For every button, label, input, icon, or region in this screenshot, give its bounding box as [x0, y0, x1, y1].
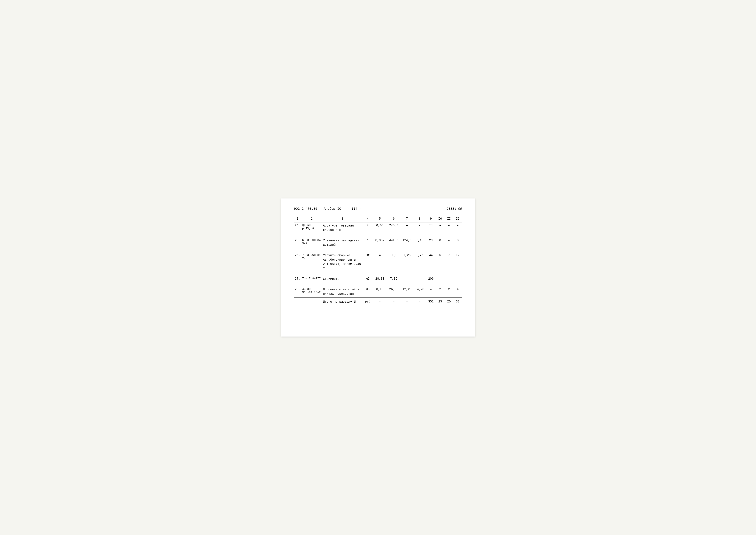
row-3-col-3: Уложить сборные жел.бетонные плиты 2ПI–6…: [322, 252, 363, 271]
row-1-col-2: ЩI чП р.IV,п8: [301, 222, 322, 234]
summary-col-5: –: [373, 297, 387, 306]
row-4-col-5: 28,80: [373, 276, 387, 283]
col-header-9: 9: [426, 215, 436, 222]
row-2-col-4: ": [363, 237, 373, 248]
row-4-col-3: Стоимость: [322, 276, 363, 283]
row-4-col-2: Том I 8–II7: [301, 276, 322, 283]
col-header-11: II: [445, 215, 453, 222]
row-5-col-8: I4,70: [413, 286, 426, 297]
row-2-col-8: I,40: [413, 237, 426, 248]
summary-col-1: [294, 297, 301, 306]
col-header-3: 3: [322, 215, 363, 222]
row-5-col-11: 2: [445, 286, 453, 297]
row-4-col-4: м2: [363, 276, 373, 283]
row-2-col-6: 44I,0: [387, 237, 400, 248]
col-header-5: 5: [373, 215, 387, 222]
row-2-col-11: –: [445, 237, 453, 248]
row-5-col-4: м3: [363, 286, 373, 297]
summary-col-10: 23: [436, 297, 445, 306]
row-3-col-9: 44: [426, 252, 436, 271]
summary-col-8: –: [413, 297, 426, 306]
header-code: 23884-09: [446, 207, 462, 211]
row-spacer: [294, 248, 462, 252]
row-5-col-9: 4: [426, 286, 436, 297]
row-3-col-10: 5: [436, 252, 445, 271]
row-2-col-5: 0,067: [373, 237, 387, 248]
page-header: 902-2-470.89 Альбом IO - II4 - 23884-09: [294, 207, 462, 211]
row-4-col-8: –: [413, 276, 426, 283]
row-spacer: [294, 282, 462, 286]
row-4-col-12: –: [453, 276, 462, 283]
row-3-col-11: 7: [445, 252, 453, 271]
page-number: - II4 -: [348, 207, 361, 211]
row-5-col-12: 4: [453, 286, 462, 297]
row-4-col-1: 27.: [294, 276, 301, 283]
summary-col-3: Итого по разделу Ш: [322, 297, 363, 306]
row-3-col-12: I2: [453, 252, 462, 271]
row-1-col-5: 0,06: [373, 222, 387, 234]
row-5-col-2: 46–39 ЭСН-84 I6–2: [301, 286, 322, 297]
table-row: 26.7–23 ЭСН-84 2–6Уложить сборные жел.бе…: [294, 252, 462, 271]
row-4-col-11: –: [445, 276, 453, 283]
row-5-col-3: Пробивка отверстий в плитах перекрытия: [322, 286, 363, 297]
row-1-col-10: –: [436, 222, 445, 234]
row-3-col-4: шт: [363, 252, 373, 271]
row-1-col-4: т: [363, 222, 373, 234]
row-3-col-2: 7–23 ЭСН-84 2–6: [301, 252, 322, 271]
row-1-col-7: –: [400, 222, 413, 234]
summary-row: Итого по разделу Шруб––––35223IO33: [294, 297, 462, 306]
col-header-12: I2: [453, 215, 462, 222]
row-1-col-1: 24.: [294, 222, 301, 234]
summary-col-11: IO: [445, 297, 453, 306]
row-3-col-7: I,26: [400, 252, 413, 271]
col-header-6: 6: [387, 215, 400, 222]
row-2-col-12: 8: [453, 237, 462, 248]
main-table: I 2 3 4 5 6 7 8 9 IO II I2 24.ЩI чП р.IV…: [294, 215, 462, 306]
row-4-col-9: 206: [426, 276, 436, 283]
summary-col-6: –: [387, 297, 400, 306]
summary-col-7: –: [400, 297, 413, 306]
header-left: 902-2-470.89 Альбом IO - II4 -: [294, 207, 361, 211]
row-2-col-10: 8: [436, 237, 445, 248]
col-header-10: IO: [436, 215, 445, 222]
col-header-1: I: [294, 215, 301, 222]
row-2-col-3: Установка заклад-ных деталей: [322, 237, 363, 248]
summary-col-12: 33: [453, 297, 462, 306]
row-5-col-7: I2,20: [400, 286, 413, 297]
summary-col-9: 352: [426, 297, 436, 306]
row-spacer: [294, 234, 462, 237]
col-header-4: 4: [363, 215, 373, 222]
table-row: 25.6–83 ЭСН-84 9–7Установка заклад-ных д…: [294, 237, 462, 248]
row-5-col-5: 0,I5: [373, 286, 387, 297]
row-1-col-11: –: [445, 222, 453, 234]
col-header-2: 2: [301, 215, 322, 222]
row-1-col-12: –: [453, 222, 462, 234]
row-2-col-1: 25.: [294, 237, 301, 248]
row-4-col-10: –: [436, 276, 445, 283]
doc-number: 902-2-470.89: [294, 207, 317, 211]
row-5-col-6: 26,90: [387, 286, 400, 297]
table-row: 28.46–39 ЭСН-84 I6–2Пробивка отверстий в…: [294, 286, 462, 297]
row-5-col-10: 2: [436, 286, 445, 297]
row-1-col-8: –: [413, 222, 426, 234]
row-2-col-2: 6–83 ЭСН-84 9–7: [301, 237, 322, 248]
col-header-8: 8: [413, 215, 426, 222]
row-1-col-6: 243,0: [387, 222, 400, 234]
row-3-col-5: 4: [373, 252, 387, 271]
row-1-col-3: Арматура товарная класса А-П: [322, 222, 363, 234]
row-1-col-9: I4: [426, 222, 436, 234]
col-header-7: 7: [400, 215, 413, 222]
column-headers: I 2 3 4 5 6 7 8 9 IO II I2: [294, 215, 462, 222]
row-4-col-6: 7,I6: [387, 276, 400, 283]
row-5-col-1: 28.: [294, 286, 301, 297]
table-row: 24.ЩI чП р.IV,п8Арматура товарная класса…: [294, 222, 462, 234]
row-spacer: [294, 272, 462, 276]
summary-col-4: руб: [363, 297, 373, 306]
row-2-col-9: 29: [426, 237, 436, 248]
row-3-col-8: I,75: [413, 252, 426, 271]
row-3-col-1: 26.: [294, 252, 301, 271]
row-2-col-7: I24,0: [400, 237, 413, 248]
table-row: 27.Том I 8–II7Стоимостьм228,807,I6––206–…: [294, 276, 462, 283]
page: 902-2-470.89 Альбом IO - II4 - 23884-09 …: [281, 198, 475, 337]
row-3-col-6: II,0: [387, 252, 400, 271]
